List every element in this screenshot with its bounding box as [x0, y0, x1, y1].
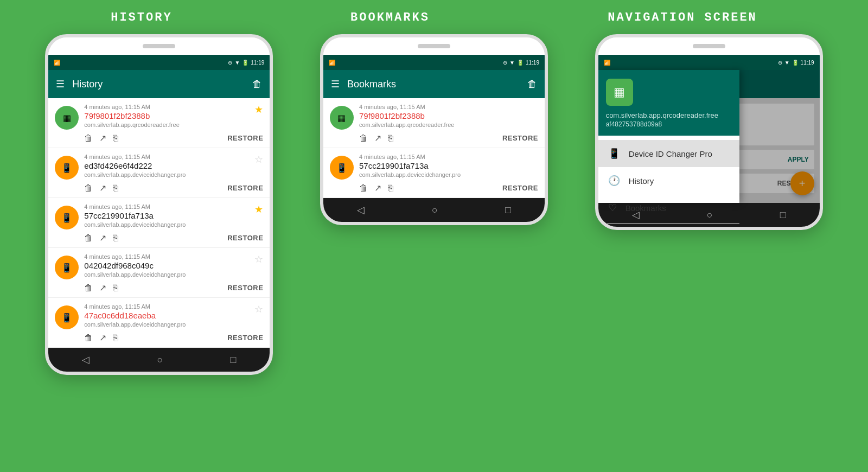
- item-time: 4 minutes ago, 11:15 AM: [84, 253, 249, 260]
- restore-button[interactable]: RESTORE: [227, 134, 263, 142]
- bookmarks-list-item: ▦ 4 minutes ago, 11:15 AM 79f9801f2bf238…: [323, 98, 545, 148]
- delete-icon[interactable]: 🗑: [84, 233, 93, 243]
- drawer-app-icon: ▦: [606, 79, 633, 106]
- bookmarks-label: BOOKMARKS: [350, 11, 430, 24]
- restore-button[interactable]: RESTORE: [502, 184, 538, 192]
- share-icon[interactable]: ↗: [99, 133, 106, 143]
- item-time: 4 minutes ago, 11:15 AM: [84, 203, 249, 210]
- restore-button[interactable]: RESTORE: [227, 184, 263, 192]
- delete-icon[interactable]: 🗑: [84, 183, 93, 193]
- star-icon[interactable]: ☆: [254, 154, 263, 165]
- delete-icon[interactable]: 🗑: [84, 283, 93, 293]
- star-icon[interactable]: ☆: [254, 303, 263, 315]
- list-item-top: 📱 4 minutes ago, 11:15 AM ed3fd426e6f4d2…: [55, 154, 263, 180]
- item-hash: 57cc219901fa713a: [84, 211, 249, 220]
- item-actions: 🗑 ↗ ⎘ RESTORE: [55, 329, 263, 344]
- drawer-item-history[interactable]: 🕐 History: [598, 167, 739, 194]
- item-hash: 79f9801f2bf2388b: [84, 111, 249, 120]
- hamburger-icon-2[interactable]: ☰: [331, 78, 340, 90]
- item-package: com.silverlab.app.deviceidchanger.pro: [359, 171, 538, 178]
- share-icon[interactable]: ↗: [99, 233, 106, 243]
- share-icon[interactable]: ↗: [99, 183, 106, 193]
- share-icon[interactable]: ↗: [374, 133, 381, 143]
- home-icon[interactable]: ○: [157, 354, 163, 366]
- item-actions: 🗑 ↗ ⎘ RESTORE: [55, 130, 263, 144]
- item-package: com.silverlab.app.qrcodereader.free: [84, 122, 249, 128]
- status-icons-right-3: ⊖ ▼ 🔋 11:19: [778, 60, 814, 66]
- share-icon[interactable]: ↗: [99, 333, 106, 343]
- copy-icon[interactable]: ⎘: [113, 333, 118, 343]
- network-icon-2: ▼: [509, 60, 515, 66]
- home-icon-2[interactable]: ○: [432, 205, 438, 216]
- delete-icon[interactable]: 🗑: [359, 133, 368, 143]
- list-item-top: ▦ 4 minutes ago, 11:15 AM 79f9801f2bf238…: [330, 104, 538, 130]
- history-label: HISTORY: [111, 11, 172, 24]
- hamburger-icon[interactable]: ☰: [56, 78, 65, 90]
- battery-icon-3: 🔋: [792, 60, 799, 66]
- item-hash: 042042df968c049c: [84, 261, 249, 270]
- list-item-top: 📱 4 minutes ago, 11:15 AM 042042df968c04…: [55, 253, 263, 279]
- restore-button[interactable]: RESTORE: [502, 134, 538, 142]
- bookmarks-list-item: 📱 4 minutes ago, 11:15 AM 57cc219901fa71…: [323, 148, 545, 198]
- history-list-item: 📱 4 minutes ago, 11:15 AM ed3fd426e6f4d2…: [48, 148, 270, 198]
- history-list-item: 📱 4 minutes ago, 11:15 AM 47ac0c6dd18eae…: [48, 298, 270, 348]
- status-icons-right-2: ⊖ ▼ 🔋 11:19: [503, 60, 539, 66]
- status-bar-history: 📶 ⊖ ▼ 🔋 11:19: [48, 55, 270, 70]
- item-time: 4 minutes ago, 11:15 AM: [359, 154, 538, 160]
- item-info: 4 minutes ago, 11:15 AM ed3fd426e6f4d222…: [84, 154, 249, 178]
- list-item-top: ▦ 4 minutes ago, 11:15 AM 79f9801f2bf238…: [55, 104, 263, 130]
- share-icon[interactable]: ↗: [99, 283, 106, 293]
- app-icon: 📱: [330, 156, 354, 180]
- delete-all-icon-2[interactable]: 🗑: [527, 79, 537, 90]
- drawer-item-device-id-changer-pro[interactable]: 📱 Device ID Changer Pro: [598, 140, 739, 167]
- history-list: ▦ 4 minutes ago, 11:15 AM 79f9801f2bf238…: [48, 98, 270, 348]
- item-time: 4 minutes ago, 11:15 AM: [359, 104, 538, 110]
- status-icons-left-2: 📶: [329, 60, 335, 66]
- app-icon: 📱: [55, 206, 79, 229]
- share-icon[interactable]: ↗: [374, 183, 381, 193]
- recents-icon[interactable]: □: [230, 354, 236, 366]
- recents-icon-2[interactable]: □: [505, 205, 511, 216]
- back-icon[interactable]: ◁: [82, 354, 90, 366]
- delete-all-icon[interactable]: 🗑: [252, 79, 262, 90]
- app-icon: ▦: [55, 106, 79, 130]
- drawer-container: ☰ Device ID Changer Pro com.silverlab.ap…: [598, 70, 820, 203]
- delete-icon[interactable]: 🗑: [359, 183, 368, 193]
- drawer-header: ▦ com.silverlab.app.qrcodereader.free af…: [598, 70, 739, 136]
- restore-button[interactable]: RESTORE: [227, 284, 263, 292]
- item-info: 4 minutes ago, 11:15 AM 79f9801f2bf2388b…: [84, 104, 249, 128]
- signal-icon-2: ⊖: [503, 60, 507, 66]
- item-package: com.silverlab.app.deviceidchanger.pro: [84, 271, 249, 278]
- phone-speaker: [143, 44, 175, 48]
- star-icon[interactable]: ☆: [254, 253, 263, 265]
- drawer-item-bookmarks[interactable]: ♡ Bookmarks: [598, 194, 739, 221]
- restore-button[interactable]: RESTORE: [227, 334, 263, 342]
- bookmarks-list: ▦ 4 minutes ago, 11:15 AM 79f9801f2bf238…: [323, 98, 545, 198]
- wifi-icon: 📶: [54, 60, 60, 66]
- recents-icon-3[interactable]: □: [780, 209, 786, 221]
- item-actions: 🗑 ↗ ⎘ RESTORE: [55, 279, 263, 294]
- copy-icon[interactable]: ⎘: [113, 133, 118, 143]
- navigation-phone: 📶 ⊖ ▼ 🔋 11:19 ☰ Device ID Changer Pro co…: [595, 34, 823, 230]
- copy-icon[interactable]: ⎘: [113, 283, 118, 293]
- app-icon: 📱: [55, 305, 79, 329]
- restore-button[interactable]: RESTORE: [227, 234, 263, 242]
- phone-speaker-3: [693, 44, 725, 48]
- star-icon[interactable]: ★: [254, 203, 263, 215]
- copy-icon[interactable]: ⎘: [113, 183, 118, 193]
- item-info: 4 minutes ago, 11:15 AM 47ac0c6dd18eaeba…: [84, 303, 249, 328]
- star-icon[interactable]: ★: [254, 104, 263, 116]
- delete-icon[interactable]: 🗑: [84, 333, 93, 343]
- copy-icon[interactable]: ⎘: [388, 133, 393, 143]
- history-nav-bar: ◁ ○ □: [48, 348, 270, 372]
- copy-icon[interactable]: ⎘: [113, 233, 118, 243]
- list-item-top: 📱 4 minutes ago, 11:15 AM 57cc219901fa71…: [55, 203, 263, 229]
- network-icon-3: ▼: [784, 60, 790, 66]
- history-title: History: [72, 79, 245, 90]
- delete-icon[interactable]: 🗑: [84, 133, 93, 143]
- drawer-item-icon: ♡: [608, 202, 617, 214]
- item-hash: 79f9801f2bf2388b: [359, 111, 538, 120]
- back-icon-2[interactable]: ◁: [357, 204, 365, 216]
- item-hash: 57cc219901fa713a: [359, 161, 538, 170]
- copy-icon[interactable]: ⎘: [388, 183, 393, 193]
